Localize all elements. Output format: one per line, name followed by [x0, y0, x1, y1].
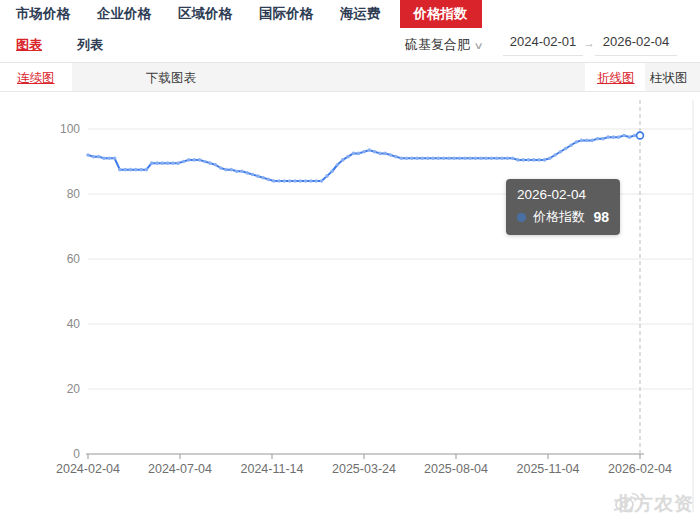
- data-point: [277, 179, 281, 183]
- data-point: [346, 155, 350, 159]
- page: 市场价格 企业价格 区域价格 国际价格 海运费 价格指数 图表 列表 硫基复合肥…: [0, 0, 700, 519]
- data-point: [426, 156, 430, 160]
- highlighted-data-point: [637, 132, 644, 139]
- data-point: [389, 153, 393, 157]
- data-point: [251, 173, 255, 177]
- nav-region-price[interactable]: 区域价格: [178, 0, 232, 28]
- y-axis-label: 80: [67, 187, 81, 201]
- x-axis-label: 2025-11-04: [516, 462, 579, 476]
- data-point: [495, 156, 499, 160]
- data-point: [214, 163, 218, 167]
- data-point: [458, 156, 462, 160]
- data-point: [293, 179, 297, 183]
- data-point: [394, 155, 398, 159]
- data-point: [299, 179, 303, 183]
- data-point: [219, 166, 223, 170]
- data-point: [336, 163, 340, 167]
- tab-chart[interactable]: 图表: [16, 36, 42, 54]
- date-end-input[interactable]: 2026-02-04: [595, 30, 677, 56]
- line-chart-button[interactable]: 折线图: [597, 70, 635, 87]
- data-point: [187, 158, 191, 162]
- data-point: [368, 148, 372, 152]
- nav-company-price[interactable]: 企业价格: [97, 0, 151, 28]
- data-point: [612, 135, 616, 139]
- data-point: [362, 150, 366, 154]
- data-point: [240, 169, 244, 173]
- product-select[interactable]: 硫基复合肥 ∨: [405, 36, 482, 54]
- chart-canvas[interactable]: 0204060801002024-02-042024-07-042024-11-…: [0, 92, 700, 519]
- data-point: [176, 161, 180, 165]
- data-point: [474, 156, 478, 160]
- main-nav: 市场价格 企业价格 区域价格 国际价格 海运费 价格指数: [0, 0, 700, 28]
- continuous-chart-button[interactable]: 连续图: [17, 70, 55, 87]
- data-point: [256, 174, 260, 178]
- x-axis-label: 2026-02-04: [608, 462, 672, 476]
- data-point: [320, 179, 324, 183]
- download-chart-button[interactable]: 下载图表: [146, 70, 196, 87]
- data-point: [585, 139, 589, 143]
- nav-freight[interactable]: 海运费: [340, 0, 381, 28]
- data-point: [442, 156, 446, 160]
- tab-list[interactable]: 列表: [77, 36, 103, 54]
- data-point: [230, 168, 234, 172]
- data-point: [341, 158, 345, 162]
- data-point: [410, 156, 414, 160]
- data-point: [500, 156, 504, 160]
- data-point: [532, 158, 536, 162]
- data-point: [288, 179, 292, 183]
- data-point: [145, 168, 149, 172]
- y-axis-label: 60: [67, 252, 81, 266]
- data-point: [198, 158, 202, 162]
- data-point: [479, 156, 483, 160]
- nav-price-index[interactable]: 价格指数: [400, 0, 482, 28]
- price-index-line-chart[interactable]: 0204060801002024-02-042024-07-042024-11-…: [0, 92, 700, 519]
- data-point: [628, 135, 632, 139]
- data-point: [580, 139, 584, 143]
- data-point: [452, 156, 456, 160]
- data-point: [86, 153, 90, 157]
- data-point: [261, 176, 265, 180]
- x-axis-label: 2025-08-04: [424, 462, 488, 476]
- date-range-arrow-icon: →: [583, 36, 595, 50]
- x-axis-label: 2024-07-04: [148, 462, 212, 476]
- data-point: [208, 161, 212, 165]
- x-axis-label: 2025-03-24: [332, 462, 396, 476]
- nav-market-price[interactable]: 市场价格: [16, 0, 70, 28]
- date-start-input[interactable]: 2024-02-01: [503, 30, 583, 56]
- data-point: [102, 156, 106, 160]
- data-point: [203, 160, 207, 164]
- data-point: [399, 156, 403, 160]
- data-point: [235, 169, 239, 173]
- data-point: [267, 178, 271, 182]
- data-point: [92, 155, 96, 159]
- data-point: [537, 158, 541, 162]
- data-point: [224, 168, 228, 172]
- data-point: [107, 156, 111, 160]
- data-point: [569, 143, 573, 147]
- data-point: [129, 168, 133, 172]
- data-point: [118, 168, 122, 172]
- nav-intl-price[interactable]: 国际价格: [259, 0, 313, 28]
- data-point: [314, 179, 318, 183]
- data-point: [325, 174, 329, 178]
- y-axis-label: 40: [67, 317, 81, 331]
- data-point: [330, 169, 334, 173]
- data-point: [383, 152, 387, 156]
- data-point: [521, 158, 525, 162]
- data-point: [150, 161, 154, 165]
- chart-toolbar: 连续图 下载图表 折线图 柱状图: [0, 62, 700, 92]
- bar-chart-button[interactable]: 柱状图: [650, 70, 688, 87]
- data-point: [113, 156, 117, 160]
- data-point: [490, 156, 494, 160]
- x-axis-label: 2024-02-04: [56, 462, 120, 476]
- data-point: [527, 158, 531, 162]
- data-point: [431, 156, 435, 160]
- data-point: [97, 155, 101, 159]
- data-point: [245, 171, 249, 175]
- data-point: [378, 152, 382, 156]
- data-point: [564, 147, 568, 151]
- data-point: [553, 153, 557, 157]
- data-point: [166, 161, 170, 165]
- data-point: [516, 158, 520, 162]
- data-point: [283, 179, 287, 183]
